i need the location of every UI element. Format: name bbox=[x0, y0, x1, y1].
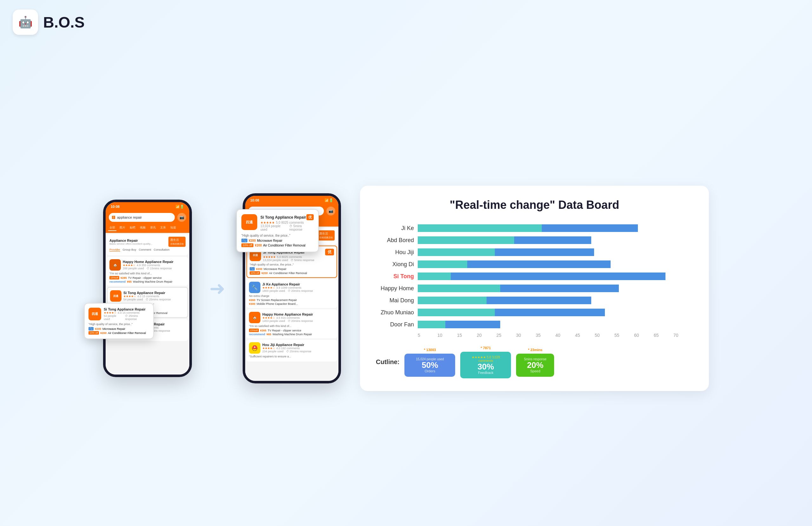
x-tick-65: 65 bbox=[654, 333, 673, 338]
status-bar-2: 10:08 📶🔋 bbox=[245, 196, 338, 205]
orders-main: 50% bbox=[411, 361, 449, 369]
x-tick-60: 60 bbox=[634, 333, 654, 338]
phones-section: 10:08 📶🔋 🅱 appliance repair 📷 全部 图片 贴吧 bbox=[103, 193, 341, 384]
bar-abdbored-blue bbox=[514, 236, 591, 244]
x-tick-30: 30 bbox=[516, 333, 536, 338]
popup2-logo: 四通 bbox=[241, 214, 257, 230]
label-doorFan: Door Fan bbox=[376, 321, 414, 328]
feedback-main: 30% bbox=[467, 362, 505, 371]
speed-desc: Speed bbox=[522, 369, 548, 373]
data-board: "Real-time change" Data Board Ji Ke Abd … bbox=[360, 186, 709, 391]
bar-xiongdi bbox=[418, 260, 693, 268]
chart-row-jike: Ji Ke bbox=[376, 224, 693, 232]
feedback-stars: ★★★★★ 5.0 3,029 comments bbox=[467, 356, 505, 362]
chart-row-maidong: Mai Dong bbox=[376, 297, 693, 304]
cutline-speed-badge: * 23mins 5mins response 20% Speed bbox=[516, 354, 554, 377]
huisheng-badge: 惠生活在线优惠活动 bbox=[169, 237, 186, 247]
chart-area: Ji Ke Abd Bored Hou Jiji bbox=[376, 224, 693, 338]
x-tick-40: 40 bbox=[555, 333, 575, 338]
sub-tabs-row: Provider Group Buy Comment Consultation bbox=[110, 248, 186, 252]
x-tick-50: 50 bbox=[595, 333, 614, 338]
x-tick-55: 55 bbox=[614, 333, 634, 338]
search-bar-1: 🅱 appliance repair 📷 bbox=[106, 211, 189, 225]
camera-btn-2[interactable]: 📷 bbox=[327, 207, 335, 215]
x-tick-45: 45 bbox=[575, 333, 595, 338]
camera-btn-1[interactable]: 📷 bbox=[177, 213, 186, 222]
happy-home-card-1: 🏠 Happy Home Appliance Repair ★★★★☆ 4.9 … bbox=[107, 257, 188, 286]
tab-news[interactable]: 资讯 bbox=[149, 225, 157, 231]
label-zhuomuniao: Zhuo Muniao bbox=[376, 309, 414, 316]
popup-logo-1: 四通 bbox=[88, 308, 101, 320]
bar-happyhome-green bbox=[418, 285, 500, 292]
feedback-top-label: * 7871 bbox=[481, 346, 491, 350]
si-tong-info-1: Si Tong Appliance Repair ★★★★☆ 4.0 15 co… bbox=[124, 291, 185, 301]
happy-home-info-1: Happy Home Appliance Repair ★★★★☆ 4.9 35… bbox=[123, 260, 186, 270]
cutline-feedback-badge: * 7871 ★★★★★ 5.0 3,029 comments 30% Feed… bbox=[460, 352, 511, 378]
board-title: "Real-time change" Data Board bbox=[376, 198, 693, 212]
x-tick-25: 25 bbox=[496, 333, 516, 338]
x-axis: 5 10 15 20 25 30 35 40 45 50 55 60 65 70 bbox=[418, 333, 693, 338]
bar-sitong-green bbox=[418, 272, 451, 280]
popup2-info: Si Tong Appliance Repair 优 ★★★★★ 5.0 802… bbox=[260, 214, 314, 231]
chart-row-zhuomuniao: Zhuo Muniao bbox=[376, 309, 693, 316]
tab-images[interactable]: 图片 bbox=[118, 225, 127, 231]
arrow-section: ➜ bbox=[205, 277, 230, 299]
search-text-1: appliance repair bbox=[117, 215, 142, 219]
bar-jike-blue bbox=[542, 224, 638, 232]
label-abdbored: Abd Bored bbox=[376, 237, 414, 244]
bar-happyhome-blue bbox=[500, 285, 619, 292]
phone2-wrapper: 10:08 📶🔋 🅱 appliance repair 📷 全部 图片 贴吧 bbox=[243, 193, 341, 384]
header: 🤖 B.O.S bbox=[13, 10, 85, 35]
top-service-name: Appliance Repair bbox=[110, 239, 152, 242]
x-tick-70: 70 bbox=[673, 333, 693, 338]
hou-jiji-logo-2: ⛑️ bbox=[249, 342, 260, 354]
chart-row-doorFan: Door Fan bbox=[376, 321, 693, 328]
search-input-1[interactable]: 🅱 appliance repair bbox=[109, 213, 175, 222]
bar-doorFan-green bbox=[418, 321, 445, 328]
bar-zhuomuniao-green bbox=[418, 309, 495, 316]
tab-all[interactable]: 全部 bbox=[108, 225, 116, 231]
baidu-icon: 🅱 bbox=[112, 216, 115, 219]
x-tick-10: 10 bbox=[437, 333, 457, 338]
label-xiongdi: Xiong Di bbox=[376, 261, 414, 268]
bar-abdbored-green bbox=[418, 236, 514, 244]
popup-card-2: 四通 Si Tong Appliance Repair 优 ★★★★★ 5.0 … bbox=[236, 209, 319, 252]
happy-home-card-2: 🏠 Happy Home Appliance Repair ★★★★☆ 4.5 … bbox=[246, 309, 337, 339]
tab-zhidao[interactable]: 知道 bbox=[169, 225, 177, 231]
chart-row-xiongdi: Xiong Di bbox=[376, 260, 693, 268]
popup-info-1: Si Tong Appliance Repair ★★★★☆ 4.0 15 co… bbox=[104, 307, 149, 321]
bar-houjiji-green bbox=[418, 249, 495, 256]
bar-houjiji-blue bbox=[495, 249, 594, 256]
bar-maidong-green bbox=[418, 297, 487, 304]
bar-sitong bbox=[418, 272, 693, 280]
speed-sub: 5mins response bbox=[522, 357, 548, 361]
cutline-section: Cutline: * 13003 15,024 people used 50% … bbox=[376, 345, 693, 378]
signal-2: 📶🔋 bbox=[324, 198, 333, 202]
signal-1: 📶🔋 bbox=[175, 205, 184, 209]
ji-ke-card-2: 🔧 Ji Ke Appliance Repair ★★★★☆ 4.9 1099 … bbox=[246, 279, 337, 308]
popup-card-1: 四通 Si Tong Appliance Repair ★★★★☆ 4.0 15… bbox=[84, 303, 154, 339]
logo-icon: 🤖 bbox=[13, 10, 38, 35]
bar-zhuomuniao bbox=[418, 309, 693, 316]
bar-jike bbox=[418, 224, 693, 232]
orders-top-label: * 13003 bbox=[424, 348, 436, 352]
bar-doorFan-blue bbox=[445, 321, 501, 328]
speed-top-label: * 23mins bbox=[528, 348, 542, 352]
tab-tieba[interactable]: 贴吧 bbox=[129, 225, 137, 231]
time-1: 10:08 bbox=[111, 205, 119, 209]
app-title: B.O.S bbox=[43, 14, 85, 31]
bar-zhuomuniao-blue bbox=[495, 309, 605, 316]
tab-video[interactable]: 视频 bbox=[139, 225, 147, 231]
tab-wenku[interactable]: 文库 bbox=[159, 225, 167, 231]
label-happyhome: Happy Home bbox=[376, 285, 414, 292]
main-content: 10:08 📶🔋 🅱 appliance repair 📷 全部 图片 贴吧 bbox=[0, 51, 812, 526]
ji-ke-logo-2: 🔧 bbox=[249, 282, 260, 293]
label-maidong: Mai Dong bbox=[376, 297, 414, 304]
bar-xiongdi-green bbox=[418, 260, 467, 268]
si-tong-logo-1: 四通 bbox=[110, 290, 121, 302]
x-tick-20: 20 bbox=[477, 333, 496, 338]
status-bar-1: 10:08 📶🔋 bbox=[106, 202, 189, 211]
arrow-icon: ➜ bbox=[209, 277, 225, 299]
bar-doorFan bbox=[418, 321, 693, 328]
bar-abdbored bbox=[418, 236, 693, 244]
